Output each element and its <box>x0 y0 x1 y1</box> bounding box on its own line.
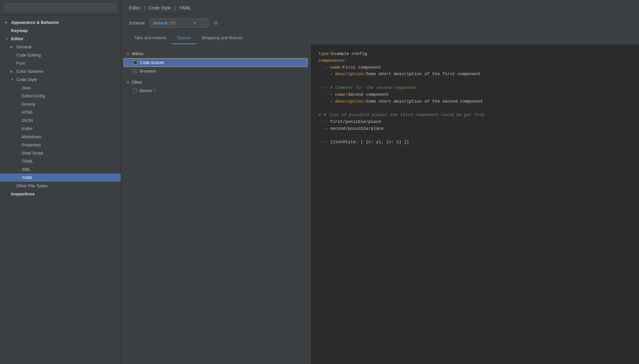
scheme-dropdown-arrow: ▼ <box>193 21 198 25</box>
sidebar-arrow-general: ▶ <box>10 45 14 49</box>
sidebar-item-keymap[interactable]: Keymap <box>0 26 121 35</box>
options-panel: ▼ Within Code braces ✓ Brackets ▼ Other <box>121 44 311 364</box>
before-colon-checkbox[interactable] <box>133 89 137 93</box>
code-line: ··- second/possible/place <box>319 125 631 132</box>
content-split: ▼ Within Code braces ✓ Brackets ▼ Other <box>121 44 639 364</box>
other-section-arrow: ▼ <box>126 80 130 84</box>
sidebar-item-yaml[interactable]: YAML <box>0 174 121 182</box>
breadcrumb-sep-2: ❯ <box>173 5 177 10</box>
sidebar-label-editor: Editor <box>11 36 24 41</box>
breadcrumb: Editor ❯ Code Style ❯ YAML <box>121 0 639 14</box>
sidebar-label-font: Font <box>16 61 25 66</box>
sidebar-item-inspections[interactable]: Inspections <box>0 190 121 198</box>
main-content: Editor ❯ Code Style ❯ YAML Scheme: Defau… <box>121 0 639 364</box>
sidebar-item-shell-script[interactable]: Shell Script <box>0 149 121 157</box>
sidebar-item-other-file-types[interactable]: Other File Types <box>0 182 121 190</box>
breadcrumb-code-style: Code Style <box>149 5 171 10</box>
sidebar-item-editorconfig[interactable]: EditorConfig <box>0 92 121 100</box>
code-line <box>319 132 631 139</box>
sidebar-label-inspections: Inspections <box>11 191 35 196</box>
scheme-bar: Scheme: Default IDE ▼ ⚙ <box>121 14 639 32</box>
brackets-checkbox[interactable]: ✓ <box>133 69 137 73</box>
scheme-label: Scheme: <box>129 21 146 25</box>
code-line: ····- name: Second component <box>319 91 631 98</box>
gear-button[interactable]: ⚙ <box>212 19 219 27</box>
sidebar-item-font[interactable]: Font <box>0 59 121 67</box>
sidebar-item-json[interactable]: JSON <box>0 116 121 124</box>
sidebar-item-java[interactable]: Java <box>0 84 121 92</box>
sidebar-item-xml[interactable]: XML <box>0 165 121 174</box>
breadcrumb-sep-1: ❯ <box>143 5 147 10</box>
within-section-label: Within <box>132 51 144 56</box>
sidebar-item-editor[interactable]: ▼Editor <box>0 35 121 43</box>
option-brackets[interactable]: ✓ Brackets <box>121 67 310 75</box>
sidebar-label-properties: Properties <box>22 142 41 147</box>
code-line <box>319 105 631 112</box>
sidebar-label-other-file-types: Other File Types <box>16 183 47 188</box>
sidebar-arrow-appearance: ▶ <box>5 21 9 24</box>
sidebar-item-kotlin[interactable]: Kotlin <box>0 124 121 133</box>
sidebar-label-appearance: Appearance & Behavior <box>11 20 59 25</box>
code-line: ····- description: Some short descriptio… <box>319 98 631 105</box>
sidebar-label-json: JSON <box>22 118 33 123</box>
tabs-bar: Tabs and IndentsSpacesWrapping and Brace… <box>121 32 639 44</box>
sidebar-item-appearance[interactable]: ▶Appearance & Behavior <box>0 18 121 26</box>
code-line: components: <box>319 58 631 64</box>
preview-panel: type: Example configcomponents:··- name:… <box>311 44 639 364</box>
other-section-label: Other <box>132 80 143 85</box>
sidebar-arrow-editor: ▼ <box>5 37 9 41</box>
code-line: ··- {jsonStyle: [ {x: y}, {x: z} ]} <box>319 139 631 146</box>
sidebar-label-editorconfig: EditorConfig <box>22 93 45 98</box>
sidebar-item-toml[interactable]: TOML <box>0 157 121 165</box>
sidebar-arrow-code-style: ▼ <box>10 78 14 81</box>
sidebar-item-groovy[interactable]: Groovy <box>0 100 121 108</box>
code-braces-checkbox[interactable] <box>133 60 137 65</box>
sidebar-label-markdown: Markdown <box>22 134 41 139</box>
sidebar-label-general: General <box>16 44 31 49</box>
sidebar-label-html: HTML <box>22 110 33 115</box>
sidebar-arrow-color-scheme: ▶ <box>10 70 14 73</box>
code-line: ··- # Comment for the second component <box>319 85 631 91</box>
sidebar-label-yaml: YAML <box>22 175 33 180</box>
before-colon-label: Before ':' <box>140 88 156 93</box>
tab-spaces[interactable]: Spaces <box>172 32 196 44</box>
code-line: ····- description: Some short descriptio… <box>319 71 631 78</box>
within-section-header[interactable]: ▼ Within <box>121 49 310 58</box>
sidebar-item-code-editing[interactable]: Code Editing <box>0 51 121 59</box>
sidebar-label-java: Java <box>22 85 30 90</box>
scheme-dropdown[interactable]: Default IDE ▼ <box>149 19 208 27</box>
search-wrapper: 🔍 <box>4 3 117 12</box>
tab-wrapping-braces[interactable]: Wrapping and Braces <box>196 32 248 44</box>
code-line: # A list of possible places the third co… <box>319 112 631 119</box>
sidebar-label-code-editing: Code Editing <box>16 53 41 58</box>
other-section-header[interactable]: ▼ Other <box>121 78 310 87</box>
sidebar-label-code-style: Code Style <box>16 77 37 82</box>
breadcrumb-editor: Editor <box>129 5 141 10</box>
scheme-ide-label: IDE <box>169 21 176 25</box>
search-bar: 🔍 <box>0 0 121 16</box>
code-braces-label: Code braces <box>140 60 164 65</box>
sidebar-label-xml: XML <box>22 167 30 172</box>
search-input[interactable] <box>4 3 117 12</box>
sidebar-item-general[interactable]: ▶General <box>0 43 121 51</box>
sidebar-label-toml: TOML <box>22 159 33 164</box>
option-before-colon[interactable]: Before ':' <box>121 87 310 95</box>
sidebar-item-html[interactable]: HTML <box>0 108 121 116</box>
breadcrumb-yaml: YAML <box>179 5 191 10</box>
code-line: type: Example config <box>319 51 631 58</box>
sidebar-label-color-scheme: Color Scheme <box>16 69 43 74</box>
scheme-default-label: Default <box>153 21 167 25</box>
sidebar-item-code-style[interactable]: ▼Code Style <box>0 75 121 84</box>
tab-tabs-indents[interactable]: Tabs and Indents <box>129 32 172 44</box>
sidebar: 🔍 ▶Appearance & BehaviorKeymap▼Editor▶Ge… <box>0 0 121 364</box>
within-section-arrow: ▼ <box>126 52 130 56</box>
sidebar-tree: ▶Appearance & BehaviorKeymap▼Editor▶Gene… <box>0 16 121 364</box>
sidebar-label-groovy: Groovy <box>22 102 35 107</box>
code-line: ··- first/possible/place <box>319 119 631 125</box>
code-line: ··- name: First component <box>319 64 631 71</box>
code-line <box>319 78 631 85</box>
option-code-braces[interactable]: Code braces <box>124 58 308 67</box>
sidebar-item-markdown[interactable]: Markdown <box>0 133 121 141</box>
sidebar-item-color-scheme[interactable]: ▶Color Scheme <box>0 67 121 75</box>
sidebar-item-properties[interactable]: Properties <box>0 141 121 149</box>
